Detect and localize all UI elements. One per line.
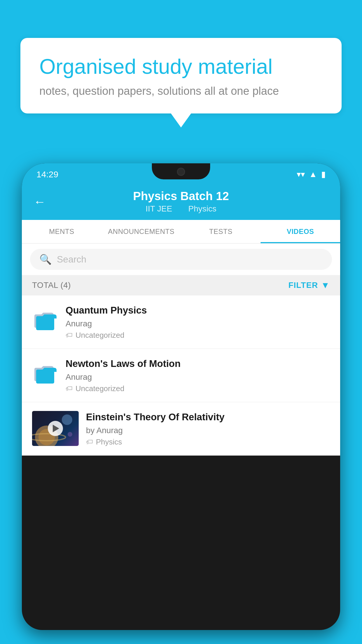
video-author: by Anurag [86,426,330,435]
search-icon: 🔍 [39,253,52,265]
video-info: Newton's Laws of Motion Anurag 🏷 Uncateg… [66,358,330,393]
video-title: Quantum Physics [66,304,330,317]
video-title: Einstein's Theory Of Relativity [86,411,330,424]
app-header: ← Physics Batch 12 IIT JEE Physics [22,184,340,220]
video-thumbnail[interactable] [32,411,79,446]
video-folder-icon [32,306,58,332]
speech-bubble: Organised study material notes, question… [20,38,342,113]
search-input-placeholder[interactable]: Search [57,254,86,265]
wifi-icon: ▾▾ [297,169,305,179]
tab-videos[interactable]: VIDEOS [261,220,340,243]
video-tag: 🏷 Physics [86,438,330,447]
video-info: Einstein's Theory Of Relativity by Anura… [86,411,330,447]
tag-label: Physics [96,438,122,447]
speech-bubble-container: Organised study material notes, question… [20,38,342,113]
tag-label: Uncategorized [75,331,124,340]
video-tag: 🏷 Uncategorized [66,331,330,340]
video-title: Newton's Laws of Motion [66,358,330,370]
play-button[interactable] [48,421,63,436]
video-author: Anurag [66,372,330,382]
tab-ments[interactable]: MENTS [22,220,101,243]
signal-icon: ▲ [309,170,317,179]
speech-bubble-title: Organised study material [39,54,323,79]
list-item[interactable]: Quantum Physics Anurag 🏷 Uncategorized [22,295,340,349]
svg-point-7 [62,414,72,425]
phone-body: 14:29 ▾▾ ▲ ▮ ← Physics Batch 12 IIT JEE … [22,163,340,630]
search-bar[interactable]: 🔍 Search [30,249,332,270]
tab-announcements[interactable]: ANNOUNCEMENTS [101,220,181,243]
phone-notch [152,163,210,179]
video-tag: 🏷 Uncategorized [66,384,330,393]
total-count: TOTAL (4) [32,281,71,290]
filter-label: FILTER [288,281,318,290]
header-subtitle-separator [179,204,184,213]
front-camera [177,168,185,176]
tag-icon: 🏷 [86,438,93,446]
video-folder-icon [32,359,58,385]
video-info: Quantum Physics Anurag 🏷 Uncategorized [66,304,330,340]
speech-bubble-subtitle: notes, question papers, solutions all at… [39,85,323,97]
header-subtitle-right: Physics [188,204,216,213]
tag-icon: 🏷 [66,331,73,339]
svg-point-8 [68,432,72,437]
status-icons: ▾▾ ▲ ▮ [297,169,326,179]
search-container: 🔍 Search [22,244,340,275]
tabs-bar: MENTS ANNOUNCEMENTS TESTS VIDEOS [22,220,340,244]
status-time: 14:29 [36,169,58,179]
filter-funnel-icon: ▼ [321,280,330,290]
filter-bar: TOTAL (4) FILTER ▼ [22,275,340,295]
header-subtitle: IIT JEE Physics [34,204,328,214]
list-item[interactable]: Newton's Laws of Motion Anurag 🏷 Uncateg… [22,349,340,402]
video-author: Anurag [66,319,330,328]
battery-icon: ▮ [321,169,326,179]
back-button[interactable]: ← [34,195,46,209]
tag-icon: 🏷 [66,384,73,393]
list-item[interactable]: Einstein's Theory Of Relativity by Anura… [22,402,340,456]
video-list: Quantum Physics Anurag 🏷 Uncategorized [22,295,340,456]
tab-tests[interactable]: TESTS [181,220,261,243]
filter-button[interactable]: FILTER ▼ [288,280,330,290]
play-triangle-icon [53,425,59,432]
header-title: Physics Batch 12 [34,189,328,203]
tag-label: Uncategorized [75,384,124,393]
phone-frame: 14:29 ▾▾ ▲ ▮ ← Physics Batch 12 IIT JEE … [22,163,340,644]
header-subtitle-left: IIT JEE [145,204,172,213]
